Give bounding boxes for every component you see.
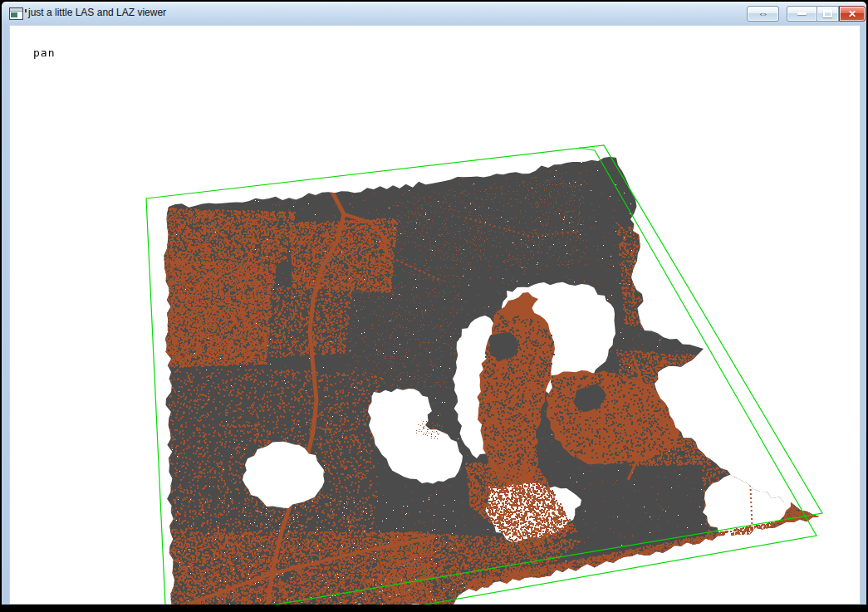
window-title: just a little LAS and LAZ viewer	[28, 7, 166, 18]
resize-toggle-button[interactable]: ⇔	[747, 6, 779, 22]
app-icon	[9, 7, 23, 20]
screenshot-root: { "window": { "title": "just a little LA…	[0, 0, 868, 612]
client-area: pan	[9, 25, 861, 605]
point-cloud-canvas[interactable]	[9, 25, 861, 605]
minimize-button[interactable]	[787, 6, 817, 22]
app-icon-square	[11, 12, 17, 17]
maximize-button[interactable]	[817, 6, 839, 22]
close-button[interactable]: ✕	[839, 6, 866, 22]
resize-arrows-icon: ⇔	[758, 8, 768, 19]
mode-label: pan	[33, 47, 55, 59]
window: just a little LAS and LAZ viewer ⇔ ✕ pan	[2, 2, 866, 605]
maximize-icon	[823, 10, 832, 17]
app-icon-tick	[25, 9, 27, 12]
title-bar[interactable]: just a little LAS and LAZ viewer ⇔ ✕	[2, 2, 866, 25]
app-icon-top	[10, 8, 22, 12]
minimize-icon	[797, 12, 807, 15]
close-icon: ✕	[848, 9, 856, 19]
